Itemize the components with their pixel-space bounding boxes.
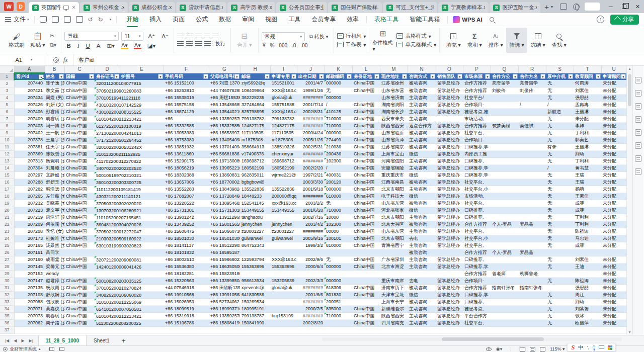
cell[interactable]: China中国	[64, 136, 95, 143]
column-header-I[interactable]: I	[270, 66, 297, 73]
cell[interactable]: 任天宇 (女	[44, 143, 64, 150]
cell[interactable]: +86 15332585	[164, 122, 209, 129]
cell[interactable]: xyevents@	[240, 284, 270, 291]
cell[interactable]	[491, 171, 518, 179]
cell[interactable]: 370502200012272047	[95, 228, 120, 235]
cell[interactable]: China中国	[64, 214, 95, 221]
cell[interactable]: 825798695	[240, 108, 270, 115]
row-header-17[interactable]: 17	[0, 186, 14, 193]
filter-dropdown-icon[interactable]: ▾	[347, 74, 352, 79]
filter-dropdown-icon[interactable]: ▾	[265, 74, 270, 79]
cell[interactable]	[491, 129, 518, 136]
cell[interactable]: 110112200109181419	[95, 186, 120, 193]
cell[interactable]: China中国	[352, 263, 380, 270]
cell[interactable]: ########	[297, 150, 325, 157]
cell[interactable]: China中国	[352, 115, 380, 122]
cell[interactable]	[408, 270, 436, 277]
cell[interactable]: jennychen	[270, 221, 297, 228]
cell[interactable]: 口碑推荐,	[463, 214, 491, 221]
cell[interactable]	[64, 270, 95, 277]
cell[interactable]: +44 7460762888	[209, 87, 240, 94]
cell[interactable]: 无	[546, 150, 574, 157]
doc-tab[interactable]: S国任财产保险样本.x	[328, 2, 382, 13]
cell[interactable]: 留学总经办	[436, 277, 463, 284]
cell[interactable]: 2003/4/2	[297, 221, 325, 228]
cell[interactable]: 2001/7/14	[297, 101, 325, 108]
cell[interactable]: 孟冉冉	[574, 101, 601, 108]
zoom-level[interactable]: 115% ▾	[550, 346, 565, 351]
refresh-icon[interactable]	[635, 90, 641, 97]
cell[interactable]: 无	[325, 87, 352, 94]
header-cell[interactable]: 客户id▾	[14, 73, 44, 80]
cell[interactable]	[380, 270, 408, 277]
cell[interactable]: 合作项目-	[463, 277, 491, 284]
cell[interactable]: 王迪	[574, 263, 601, 270]
normal-view-icon[interactable]	[520, 347, 525, 351]
horizontal-scrollbar[interactable]	[322, 337, 622, 341]
layout-icon[interactable]	[59, 347, 64, 351]
scroll-down-icon[interactable]: ▼	[627, 330, 632, 334]
row-header-8[interactable]: 8	[0, 122, 14, 129]
cell[interactable]: 无	[546, 193, 574, 200]
cell[interactable]: 360103200303300725	[95, 179, 120, 186]
clear-format-button[interactable]: ◪▾	[145, 42, 158, 49]
cell[interactable]: China中国	[64, 305, 95, 312]
cell[interactable]: 207062	[14, 319, 44, 326]
cell[interactable]: 未分配	[601, 164, 626, 171]
cell[interactable]: +86 1384398245	[209, 186, 240, 193]
cell[interactable]: 被动咨询	[408, 143, 436, 150]
filter-dropdown-icon[interactable]: ▾	[203, 74, 208, 79]
cell[interactable]: 无	[546, 179, 574, 186]
cell[interactable]: 未分配	[601, 115, 626, 122]
cell[interactable]: 未分配	[601, 277, 626, 284]
cell[interactable]	[518, 171, 546, 179]
cell[interactable]: China中国	[64, 235, 95, 242]
find-button[interactable]: 查找 ▾	[548, 28, 570, 53]
column-header-U[interactable]: U	[601, 66, 626, 73]
header-cell[interactable]: 教育顾问▾	[574, 73, 601, 80]
sheet-tab-Sheet1[interactable]: Sheet1	[87, 335, 117, 345]
cell[interactable]: 207161	[14, 249, 44, 256]
row-header-3[interactable]: 3	[0, 87, 14, 94]
cell[interactable]: /	[546, 101, 574, 108]
cell[interactable]: 社交平台,	[463, 228, 491, 235]
header-cell[interactable]: 邮政编码▾	[325, 73, 352, 80]
cell[interactable]: 合作方推荐	[463, 249, 491, 256]
cell[interactable]: +86 1340540988	[209, 136, 240, 143]
cell[interactable]: China中国	[352, 193, 380, 200]
cell[interactable]	[491, 200, 518, 207]
cell[interactable]: 327484864	[240, 101, 270, 108]
cell[interactable]: 500108200203035125	[95, 277, 120, 284]
cell[interactable]: 654101200007050581	[95, 305, 120, 312]
cell[interactable]	[380, 326, 408, 333]
ime-menu-grid-icon[interactable]	[608, 345, 610, 347]
cell[interactable]: 北京市朝阳	[380, 235, 408, 242]
number-format-icon[interactable]: ¥	[262, 43, 267, 48]
cell[interactable]: China中国	[352, 207, 380, 214]
cell[interactable]: +86 56681836	[209, 150, 240, 157]
doc-tab[interactable]: S常州公积金 .xlsx	[80, 2, 127, 13]
cell[interactable]: z20001227	[240, 228, 270, 235]
column-header-N[interactable]: N	[408, 66, 436, 73]
cell[interactable]: +86 1354866895	[209, 101, 240, 108]
cell[interactable]: 丁利利	[574, 214, 601, 221]
cell[interactable]	[491, 94, 518, 101]
row-header-15[interactable]: 15	[0, 171, 14, 179]
cell[interactable]: +86 15731301	[164, 207, 209, 214]
cell[interactable]: 合作方推荐	[463, 80, 491, 87]
row-header-7[interactable]: 7	[0, 115, 14, 122]
header-cell[interactable]: 市场来源▾	[463, 73, 491, 80]
cell[interactable]: 153449155	[240, 207, 270, 214]
cell[interactable]: 207208	[14, 228, 44, 235]
cell[interactable]: 2005/9/16	[297, 235, 325, 242]
cell[interactable]: 口碑推荐,	[463, 207, 491, 214]
cell[interactable]: 370503200302020020	[95, 200, 120, 207]
cell[interactable]: +86 田欣昕1395	[209, 284, 240, 291]
number-format-icon[interactable]: .0	[291, 43, 297, 48]
new-document-button[interactable]: +	[544, 3, 549, 11]
cell[interactable]	[209, 326, 240, 333]
cell[interactable]: 袁文宇 (女	[44, 207, 64, 214]
cell[interactable]: +86 18056219	[164, 164, 209, 171]
cell[interactable]: China中国	[64, 115, 95, 122]
cell[interactable]: 无	[546, 263, 574, 270]
